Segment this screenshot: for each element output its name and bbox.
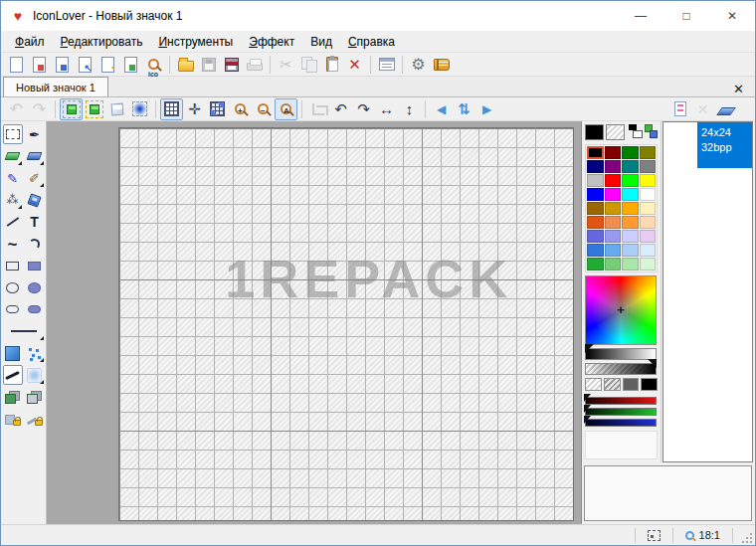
rotate-right-button[interactable]: ↷ (352, 98, 375, 120)
zoom-in-button[interactable]: + (229, 98, 252, 120)
preview-3d-button[interactable] (105, 98, 128, 120)
properties-button[interactable] (375, 54, 398, 76)
palette-swatch-c0c0c0[interactable] (587, 174, 604, 187)
new-icon-button[interactable] (28, 54, 51, 76)
color-picker-tool[interactable]: ✒ (25, 124, 45, 144)
menu-item-6[interactable]: Справка (340, 33, 403, 51)
color-field-picker[interactable]: + (585, 275, 657, 345)
palette-swatch-000080[interactable] (587, 160, 604, 173)
fill-tool[interactable] (25, 190, 45, 210)
menu-item-1[interactable]: Файл (7, 33, 53, 51)
tab-new-icon-1[interactable]: Новый значок 1 (3, 77, 108, 96)
palette-swatch-008000[interactable] (622, 146, 639, 159)
palette-swatch-f08d51[interactable] (605, 216, 622, 229)
new-image-button[interactable] (119, 54, 142, 76)
line-style-tool[interactable] (3, 365, 23, 385)
lock-color-tool[interactable] (25, 409, 45, 429)
save-frame-button[interactable] (668, 98, 691, 120)
show-subgrid-button[interactable] (206, 98, 229, 120)
filled-ellipse-tool[interactable] (25, 277, 45, 297)
spray-tool[interactable]: ⁂ (3, 190, 23, 210)
new-library-button[interactable] (51, 54, 74, 76)
new-file-button[interactable] (5, 54, 28, 76)
zoom-out-button[interactable]: − (252, 98, 275, 120)
palette-swatch-ffff00[interactable] (640, 174, 657, 187)
palette-swatch-ffaa00[interactable] (622, 202, 639, 215)
ellipse-tool[interactable] (3, 277, 23, 297)
draw-mode-normal-tool[interactable] (3, 387, 23, 407)
palette-swatch-cc9900[interactable] (605, 202, 622, 215)
palette-swatch-0000ff[interactable] (587, 188, 604, 201)
open-button[interactable] (174, 54, 197, 76)
palette-swatch-fff2bf[interactable] (640, 202, 657, 215)
paste-button[interactable] (320, 54, 343, 76)
rotate-left-button[interactable]: ↶ (329, 98, 352, 120)
palette-swatch-9999f0[interactable] (605, 230, 622, 243)
palette-swatch-77cc77[interactable] (605, 258, 622, 271)
maximize-button[interactable]: □ (663, 1, 709, 31)
line-width-tool[interactable] (3, 321, 45, 341)
save-all-button[interactable] (220, 54, 243, 76)
brush-shape-tool[interactable] (3, 343, 23, 363)
alpha-preset-0[interactable] (585, 378, 602, 391)
palette-swatch-ffd9b3[interactable] (640, 216, 657, 229)
green-channel-slider[interactable] (585, 408, 657, 416)
close-button[interactable]: ✕ (709, 1, 755, 31)
show-grid-button[interactable] (160, 98, 183, 120)
palette-swatch-e8ccf4[interactable] (640, 230, 657, 243)
zoom-actual-button[interactable]: A (275, 98, 297, 120)
batch-convert-button[interactable]: ⚙ (407, 54, 430, 76)
palette-swatch-000000[interactable] (587, 146, 604, 159)
palette-swatch-808000[interactable] (640, 146, 657, 159)
frame-item[interactable]: 24x2432bpp (663, 122, 752, 168)
palette-swatch-00ffff[interactable] (622, 188, 639, 201)
palette-swatch-66aaee[interactable] (605, 244, 622, 257)
background-color-swatch[interactable] (606, 124, 625, 140)
new-animated-cursor-button[interactable]: ◔ (96, 54, 119, 76)
menu-item-2[interactable]: Редактировать (53, 33, 151, 51)
filled-rounded-rectangle-tool[interactable] (25, 299, 45, 319)
layers-button[interactable] (714, 98, 737, 120)
flip-horizontal-button[interactable]: ↔ (375, 98, 398, 120)
palette-swatch-ccccff[interactable] (622, 230, 639, 243)
find-icons-button[interactable]: ico (142, 54, 165, 76)
rounded-rectangle-tool[interactable] (3, 299, 23, 319)
filled-rectangle-tool[interactable] (25, 256, 45, 275)
select-rectangle-tool[interactable] (3, 124, 23, 144)
palette-swatch-008080[interactable] (622, 160, 639, 173)
curve-tool[interactable]: ~ (3, 234, 23, 254)
shift-right-button[interactable]: ▶ (475, 98, 498, 120)
eraser-tool[interactable] (3, 146, 23, 166)
menu-item-5[interactable]: Вид (302, 33, 340, 51)
tab-close-button[interactable]: ✕ (730, 82, 747, 96)
alpha-slider[interactable] (585, 363, 657, 375)
alpha-preset-66[interactable] (623, 378, 640, 391)
smooth-preview-button[interactable] (128, 98, 151, 120)
new-cursor-button[interactable]: ↖ (74, 54, 96, 76)
luminance-slider[interactable] (585, 348, 657, 360)
draw-mode-behind-tool[interactable] (25, 387, 45, 407)
palette-mode-icon[interactable] (645, 124, 658, 138)
palette-swatch-ff9933[interactable] (622, 216, 639, 229)
show-axes-button[interactable]: ✛ (183, 98, 206, 120)
delete-button[interactable]: ✕ (343, 54, 366, 76)
foreground-color-swatch[interactable] (585, 124, 604, 140)
brush-tool[interactable]: ✐ (25, 168, 45, 188)
alpha-preset-33[interactable] (604, 378, 621, 391)
blue-channel-slider[interactable] (585, 419, 657, 427)
rectangle-tool[interactable] (3, 256, 23, 275)
show-transparent-color-button[interactable] (60, 98, 83, 120)
palette-swatch-800000[interactable] (605, 146, 622, 159)
dither-tool[interactable] (25, 343, 45, 363)
pencil-tool[interactable]: ✎ (3, 168, 23, 188)
palette-swatch-800080[interactable] (605, 160, 622, 173)
palette-swatch-d8ecfa[interactable] (640, 244, 657, 257)
palette-swatch-6666e0[interactable] (587, 230, 604, 243)
lock-transparency-tool[interactable] (3, 409, 23, 429)
red-channel-slider[interactable] (585, 397, 657, 405)
resize-grip[interactable] (739, 530, 753, 544)
palette-swatch-22aa33[interactable] (587, 258, 604, 271)
palette-swatch-808080[interactable] (640, 160, 657, 173)
flip-vertical-button[interactable]: ↕ (398, 98, 421, 120)
palette-swatch-3377dd[interactable] (587, 244, 604, 257)
